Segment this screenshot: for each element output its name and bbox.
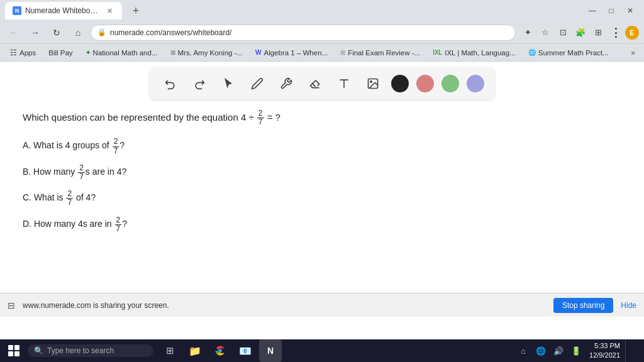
more-icon[interactable]: ⋮	[608, 25, 624, 41]
bookmark-star-icon[interactable]: ☆	[537, 25, 553, 41]
profile-avatar[interactable]: E	[625, 26, 639, 40]
bookmark-algebra[interactable]: W Algebra 1 – When...	[250, 48, 333, 58]
tab-title: Numerade Whiteboard	[25, 6, 101, 15]
taskbar: 🔍 Type here to search ⊞ 📁 📧 N ⌂ 🌐 🔊 🔋 5:…	[0, 339, 644, 362]
color-pink[interactable]	[416, 75, 434, 92]
text-tool-button[interactable]	[333, 73, 355, 94]
bookmark-label: ☷	[10, 48, 17, 57]
start-button[interactable]	[0, 339, 28, 362]
color-purple[interactable]	[467, 75, 484, 92]
network-icon[interactable]: 🌐	[533, 343, 549, 359]
windows-icon	[8, 345, 19, 356]
file-explorer-button[interactable]: 📁	[184, 339, 206, 362]
browser-toolbar-icons: ✦ ☆ ⊡ 🧩 ⊞ ⋮ E	[519, 25, 639, 41]
extensions-icon[interactable]: ✦	[519, 25, 536, 41]
bookmarks-more-button[interactable]: »	[627, 47, 639, 58]
minimize-button[interactable]: —	[584, 2, 601, 19]
maximize-button[interactable]: □	[602, 2, 620, 19]
tab-close-button[interactable]: ✕	[104, 6, 114, 16]
active-tab[interactable]: N Numerade Whiteboard ✕	[5, 2, 122, 19]
whiteboard-toolbar	[0, 62, 644, 104]
new-tab-button[interactable]: +	[127, 2, 145, 19]
mail-button[interactable]: 📧	[234, 339, 257, 362]
select-tool-button[interactable]	[218, 73, 239, 94]
search-icon: 🔍	[34, 346, 43, 355]
sharing-notification: ⊟ www.numerade.com is sharing your scree…	[0, 293, 644, 317]
sharing-message: www.numerade.com is sharing your screen.	[23, 301, 546, 310]
bookmark-label: Mrs. Amy Koning -...	[178, 49, 243, 57]
taskbar-pinned-apps: ⊞ 📁 📧 N	[158, 339, 282, 362]
bookmark-amy-koning[interactable]: ⊞ Mrs. Amy Koning -...	[165, 48, 248, 58]
bookmark-national-math[interactable]: ✦ National Math and...	[80, 48, 163, 58]
bookmarks-bar: ☷ Apps Bill Pay ✦ National Math and... ⊞…	[0, 44, 644, 62]
color-green[interactable]	[441, 75, 459, 92]
cast-icon[interactable]: ⊡	[555, 25, 571, 41]
bookmark-ixl[interactable]: IXL IXL | Math, Languag...	[428, 48, 521, 58]
tray-icon-1[interactable]: ⌂	[515, 343, 531, 359]
taskbar-time: 5:33 PM	[589, 341, 620, 351]
extensions2-icon[interactable]: 🧩	[572, 25, 589, 41]
back-button[interactable]: ←	[5, 24, 23, 41]
task-view-button[interactable]: ⊞	[158, 339, 181, 362]
taskbar-search[interactable]: 🔍 Type here to search	[28, 344, 153, 357]
bookmark-label: National Math and...	[93, 49, 158, 57]
bookmark-label: Bill Pay	[48, 49, 72, 57]
bookmark-label: Summer Math Pract...	[538, 49, 609, 57]
numerade-icon: N	[267, 346, 274, 356]
folder-icon: 📁	[189, 345, 201, 357]
stop-sharing-button[interactable]: Stop sharing	[553, 298, 613, 313]
question-area: Which question can be represented by the…	[0, 104, 644, 233]
hide-button[interactable]: Hide	[621, 301, 636, 310]
svg-point-1	[370, 81, 372, 83]
mail-icon: 📧	[239, 345, 252, 357]
drawing-tools-panel	[150, 68, 494, 99]
option-a: A. What is 4 groups of 27?	[23, 138, 621, 155]
close-button[interactable]: ✕	[621, 2, 639, 19]
reading-icon[interactable]: ⊞	[590, 25, 606, 41]
refresh-button[interactable]: ↻	[48, 24, 65, 41]
pen-tool-button[interactable]	[247, 73, 268, 94]
battery-icon[interactable]: 🔋	[568, 343, 584, 359]
chrome-button[interactable]	[209, 339, 231, 362]
address-bar[interactable]: 🔒 numerade.com/answers/whiteboard/	[91, 25, 516, 41]
sharing-icon: ⊟	[8, 300, 15, 310]
bookmark-label: Algebra 1 – When...	[264, 49, 328, 57]
taskbar-date: 12/9/2021	[589, 351, 620, 360]
task-view-icon: ⊞	[166, 345, 174, 356]
taskbar-clock[interactable]: 5:33 PM 12/9/2021	[586, 341, 624, 361]
url-text: numerade.com/answers/whiteboard/	[110, 28, 231, 37]
color-black[interactable]	[391, 75, 409, 92]
forward-button[interactable]: →	[26, 24, 44, 41]
option-a-fraction: 27	[113, 138, 119, 155]
settings-tool-button[interactable]	[275, 73, 297, 94]
numerade-button[interactable]: N	[259, 339, 282, 362]
bookmark-summer-math[interactable]: 🌐 Summer Math Pract...	[523, 48, 614, 58]
question-text: Which question can be represented by the…	[23, 109, 621, 126]
option-d-fraction: 27	[115, 216, 122, 233]
question-fraction: 27	[257, 109, 264, 126]
tab-favicon: N	[13, 6, 21, 15]
taskbar-system-tray: ⌂ 🌐 🔊 🔋 5:33 PM 12/9/2021	[515, 339, 644, 362]
option-c-fraction: 27	[66, 190, 73, 207]
volume-icon[interactable]: 🔊	[550, 343, 567, 359]
apps-label: Apps	[19, 49, 36, 57]
eraser-tool-button[interactable]	[304, 73, 326, 94]
bookmark-final-exam[interactable]: ⊞ Final Exam Review -...	[335, 48, 425, 58]
show-desktop-button[interactable]	[625, 339, 639, 362]
redo-button[interactable]	[189, 73, 210, 94]
undo-button[interactable]	[160, 73, 181, 94]
image-tool-button[interactable]	[362, 73, 384, 94]
bookmark-label: IXL | Math, Languag...	[445, 49, 516, 57]
option-b-fraction: 27	[78, 164, 85, 181]
bookmark-billpay[interactable]: Bill Pay	[43, 48, 77, 58]
bookmark-label: Final Exam Review -...	[348, 49, 420, 57]
bookmark-apps[interactable]: ☷ Apps	[5, 47, 41, 58]
home-button[interactable]: ⌂	[69, 24, 87, 41]
lock-icon: 🔒	[97, 28, 106, 36]
option-c: C. What is 27 of 4?	[23, 190, 621, 207]
option-b: B. How many 27s are in 4?	[23, 164, 621, 181]
window-controls: — □ ✕	[584, 2, 639, 19]
browser-toolbar: ← → ↻ ⌂ 🔒 numerade.com/answers/whiteboar…	[0, 21, 644, 44]
option-d: D. How many 4s are in 27?	[23, 216, 621, 233]
browser-titlebar: N Numerade Whiteboard ✕ + — □ ✕	[0, 0, 644, 21]
